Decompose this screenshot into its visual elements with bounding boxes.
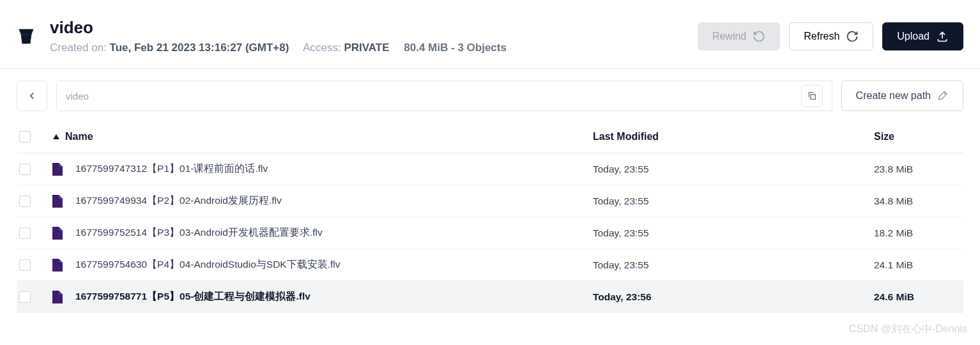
file-icon xyxy=(52,227,63,240)
row-checkbox[interactable] xyxy=(19,195,31,207)
access-value: PRIVATE xyxy=(344,42,389,54)
created-label: Created on: xyxy=(50,42,107,54)
row-checkbox[interactable] xyxy=(19,164,31,175)
column-name-header[interactable]: Name xyxy=(52,131,593,142)
table-row[interactable]: 1677599749934【P2】02-Android发展历程.flvToday… xyxy=(17,185,963,217)
create-path-button[interactable]: Create new path xyxy=(841,80,963,111)
svg-rect-2 xyxy=(811,95,815,99)
row-checkbox[interactable] xyxy=(19,291,31,303)
rewind-label: Rewind xyxy=(712,31,746,42)
file-size: 23.8 MiB xyxy=(874,164,963,175)
chevron-left-icon xyxy=(26,90,38,102)
svg-rect-0 xyxy=(20,33,32,35)
file-size: 34.8 MiB xyxy=(874,195,963,207)
column-size-label: Size xyxy=(874,131,894,142)
table-row[interactable]: 1677599758771【P5】05-创建工程与创建模拟器.flvToday,… xyxy=(17,281,963,313)
file-modified: Today, 23:56 xyxy=(593,291,874,303)
copy-icon xyxy=(807,91,817,101)
refresh-label: Refresh xyxy=(804,31,839,42)
page-meta: Created on: Tue, Feb 21 2023 13:16:27 (G… xyxy=(50,42,698,54)
refresh-icon xyxy=(846,30,859,43)
page-title: video xyxy=(50,18,698,38)
back-button[interactable] xyxy=(17,80,47,111)
copy-path-button[interactable] xyxy=(801,85,823,107)
toolbar: video Create new path xyxy=(0,69,980,111)
file-modified: Today, 23:55 xyxy=(593,227,874,239)
row-checkbox[interactable] xyxy=(19,227,31,239)
table-row[interactable]: 1677599754630【P4】04-AndroidStudio与SDK下载安… xyxy=(17,249,963,281)
created-value: Tue, Feb 21 2023 13:16:27 (GMT+8) xyxy=(110,42,289,54)
page-header: video Created on: Tue, Feb 21 2023 13:16… xyxy=(0,0,980,69)
sort-asc-icon xyxy=(52,133,60,141)
table-row[interactable]: 1677599747312【P1】01-课程前面的话.flvToday, 23:… xyxy=(17,153,963,185)
upload-label: Upload xyxy=(897,31,930,42)
create-path-label: Create new path xyxy=(856,90,931,102)
file-table: Name Last Modified Size 1677599747312【P1… xyxy=(0,111,980,313)
file-icon xyxy=(52,195,63,208)
create-path-icon xyxy=(937,90,949,102)
table-row[interactable]: 1677599752514【P3】03-Android开发机器配置要求.flvT… xyxy=(17,217,963,249)
upload-button[interactable]: Upload xyxy=(882,22,963,50)
table-header: Name Last Modified Size xyxy=(17,120,963,153)
file-name: 1677599758771【P5】05-创建工程与创建模拟器.flv xyxy=(75,290,310,303)
file-name: 1677599749934【P2】02-Android发展历程.flv xyxy=(75,194,282,208)
file-size: 24.1 MiB xyxy=(874,259,963,271)
refresh-button[interactable]: Refresh xyxy=(789,22,873,50)
select-all-checkbox[interactable] xyxy=(19,131,31,142)
file-icon xyxy=(52,163,63,176)
column-name-label: Name xyxy=(65,131,93,142)
breadcrumb: video xyxy=(56,80,832,111)
bucket-icon xyxy=(17,27,36,46)
file-name: 1677599752514【P3】03-Android开发机器配置要求.flv xyxy=(75,226,323,240)
file-name: 1677599747312【P1】01-课程前面的话.flv xyxy=(75,162,268,176)
column-modified-label: Last Modified xyxy=(593,131,659,142)
stats-value: 80.4 MiB - 3 Objects xyxy=(404,42,507,54)
column-size-header[interactable]: Size xyxy=(874,131,963,142)
file-icon xyxy=(52,259,63,272)
access-label: Access: xyxy=(303,42,341,54)
column-modified-header[interactable]: Last Modified xyxy=(593,131,874,142)
upload-icon xyxy=(936,30,949,43)
file-modified: Today, 23:55 xyxy=(593,195,874,207)
file-size: 18.2 MiB xyxy=(874,227,963,239)
file-icon xyxy=(52,291,63,303)
file-modified: Today, 23:55 xyxy=(593,259,874,271)
file-size: 24.6 MiB xyxy=(874,291,963,303)
breadcrumb-text: video xyxy=(66,91,801,102)
row-checkbox[interactable] xyxy=(19,259,31,271)
file-modified: Today, 23:55 xyxy=(593,164,874,175)
rewind-button: Rewind xyxy=(698,22,780,50)
file-name: 1677599754630【P4】04-AndroidStudio与SDK下载安… xyxy=(75,258,340,272)
rewind-icon xyxy=(753,30,765,43)
